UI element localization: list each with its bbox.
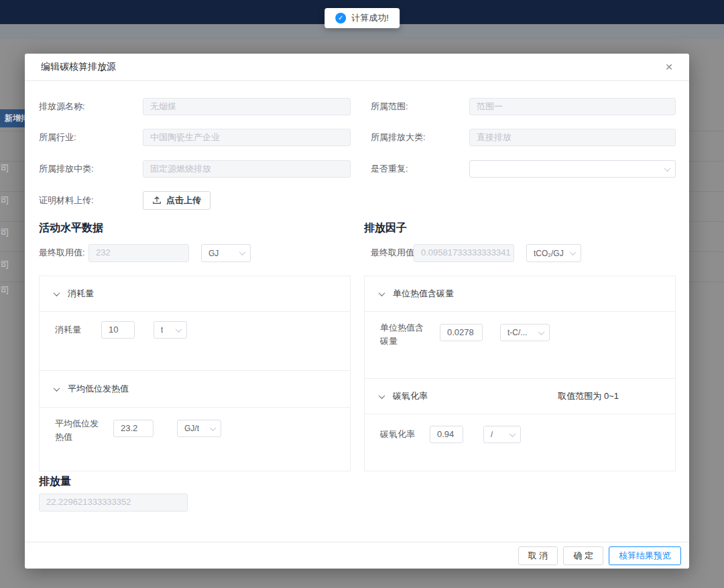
oxidation-rate-row-label: 碳氧化率 (380, 428, 415, 441)
table-cell-fragment: 司 (1, 259, 9, 271)
collapse-arrow-icon (54, 385, 60, 392)
carbon-content-row-label: 单位热值含碳量 (380, 321, 430, 348)
heating-value-unit-select[interactable]: GJ/t (177, 420, 221, 437)
carbon-content-input[interactable]: 0.0278 (440, 324, 483, 341)
industry-label: 所属行业: (39, 129, 76, 146)
upload-icon (152, 196, 162, 205)
heating-value-unit-value: GJ/t (184, 424, 199, 433)
chevron-down-icon (210, 424, 217, 431)
scope-input: 范围一 (469, 98, 676, 115)
emission-section-title: 排放量 (39, 475, 71, 489)
toast-message: 计算成功! (351, 12, 389, 24)
collapse-arrow-icon (54, 290, 60, 296)
activity-unit-select[interactable]: GJ (201, 244, 251, 262)
factor-final-label: 最终取用值: (371, 244, 417, 261)
upload-button-label: 点击上传 (166, 194, 201, 207)
table-cell-fragment: 司 (1, 227, 9, 239)
source-name-label: 排放源名称: (39, 98, 85, 115)
medium-category-label: 所属排放中类: (39, 160, 94, 178)
carbon-content-panel-body: 单位热值含碳量 0.0278 t-C/... (365, 312, 675, 378)
upload-button[interactable]: 点击上传 (143, 191, 210, 210)
chevron-down-icon (239, 249, 246, 255)
factor-unit-select[interactable]: tCO₂/GJ (526, 244, 581, 262)
factor-final-input: 0.09581733333333341 (414, 244, 514, 262)
consumption-row-label: 消耗量 (55, 323, 81, 337)
source-name-input: 无烟煤 (143, 98, 351, 115)
carbon-content-unit-value: t-C/... (507, 328, 527, 337)
oxidation-rate-range-hint: 取值范围为 0~1 (558, 390, 619, 402)
edit-emission-source-dialog: 编辑碳核算排放源 × 排放源名称: 无烟煤 所属范围: 范围一 所属行业: 中国… (25, 54, 689, 569)
oxidation-rate-unit-select[interactable]: / (483, 426, 521, 443)
oxidation-rate-input[interactable]: 0.94 (430, 426, 463, 443)
success-check-icon: ✓ (335, 13, 346, 23)
chevron-down-icon (570, 249, 577, 255)
chevron-down-icon (538, 329, 545, 335)
dialog-header: 编辑碳核算排放源 × (25, 54, 689, 81)
is-duplicate-label: 是否重复: (371, 160, 408, 178)
consumption-unit-select[interactable]: t (154, 321, 187, 339)
chevron-down-icon (509, 430, 516, 437)
consumption-panel-header[interactable]: 消耗量 (40, 276, 350, 312)
oxidation-rate-unit-value: / (491, 430, 493, 439)
consumption-unit-value: t (161, 325, 163, 335)
heating-value-row-label: 平均低位发热值 (55, 417, 103, 444)
upload-label: 证明材料上传: (39, 191, 94, 210)
collapse-arrow-icon (379, 392, 385, 399)
oxidation-rate-panel-body: 碳氧化率 0.94 / (365, 414, 675, 471)
industry-input: 中国陶瓷生产企业 (143, 129, 351, 146)
dialog-title: 编辑碳核算排放源 (41, 61, 116, 73)
heating-value-input[interactable]: 23.2 (113, 420, 154, 437)
confirm-button[interactable]: 确 定 (563, 546, 603, 565)
activity-section-title: 活动水平数据 (39, 221, 103, 235)
activity-final-input: 232 (88, 244, 189, 262)
success-toast: ✓ 计算成功! (324, 8, 400, 28)
scope-label: 所属范围: (371, 98, 408, 115)
dialog-footer: 取 消 确 定 核算结果预览 (25, 542, 689, 569)
cancel-button[interactable]: 取 消 (518, 546, 558, 565)
table-cell-fragment: 司 (1, 284, 9, 296)
factor-unit-value: tCO₂/GJ (534, 249, 564, 258)
oxidation-rate-panel-header[interactable]: 碳氧化率 取值范围为 0~1 (365, 378, 675, 414)
table-cell-fragment: 司 (1, 194, 9, 207)
heating-value-panel-header[interactable]: 平均低位发热值 (40, 370, 350, 408)
collapse-arrow-icon (379, 290, 385, 296)
factor-collapse: 单位热值含碳量 单位热值含碳量 0.0278 t-C/... 碳氧化率 取值范围… (364, 276, 676, 471)
factor-section-title: 排放因子 (364, 221, 407, 235)
chevron-down-icon (664, 165, 671, 172)
result-preview-button[interactable]: 核算结果预览 (609, 546, 681, 565)
carbon-content-unit-select[interactable]: t-C/... (500, 324, 550, 341)
activity-unit-value: GJ (208, 249, 219, 258)
major-category-input: 直接排放 (469, 129, 676, 146)
major-category-label: 所属排放大类: (371, 129, 426, 146)
is-duplicate-select[interactable] (469, 160, 676, 178)
heating-value-panel-title: 平均低位发热值 (68, 383, 129, 395)
consumption-input[interactable]: 10 (101, 321, 135, 339)
carbon-content-panel-title: 单位热值含碳量 (393, 288, 454, 300)
medium-category-input: 固定源燃烧排放 (143, 160, 351, 178)
consumption-panel-body: 消耗量 10 t (40, 312, 350, 370)
carbon-content-panel-header[interactable]: 单位热值含碳量 (365, 276, 675, 312)
oxidation-rate-panel-title: 碳氧化率 (393, 390, 428, 402)
activity-collapse: 消耗量 消耗量 10 t 平均低位发热值 平均低位发热值 23.2 GJ/t (39, 276, 351, 471)
screen: 新增排 司 司 司 司 司 ✓ 计算成功! 编辑碳核算排放源 × 排放源名称: … (0, 0, 724, 588)
heating-value-panel-body: 平均低位发热值 23.2 GJ/t (40, 408, 350, 471)
chevron-down-icon (176, 326, 182, 333)
consumption-panel-title: 消耗量 (68, 288, 94, 300)
add-button-background: 新增排 (0, 109, 25, 127)
close-icon[interactable]: × (661, 59, 677, 75)
emission-amount-input: 22.229621333333352 (39, 493, 188, 512)
table-cell-fragment: 司 (1, 162, 9, 174)
activity-final-label: 最终取用值: (39, 244, 85, 261)
